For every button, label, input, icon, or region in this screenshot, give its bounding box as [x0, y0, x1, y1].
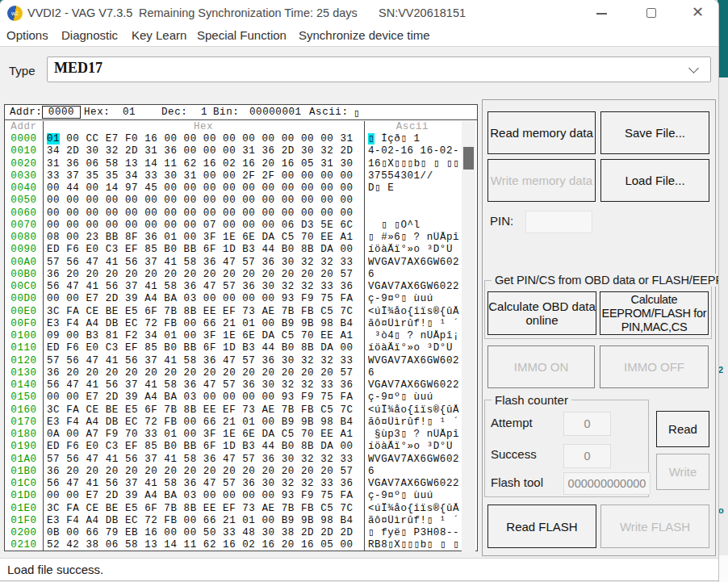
- load-file-button[interactable]: Load File...: [600, 159, 709, 202]
- hex-row[interactable]: 0170E3 F4 A4 DB EC 72 FB 00 66 21 01 00 …: [5, 417, 460, 429]
- hex-row[interactable]: 00C056 47 41 56 37 41 58 36 47 57 36 30 …: [5, 281, 460, 293]
- row-bytes: 31 36 06 58 13 14 11 62 16 02 16 20 16 0…: [47, 158, 354, 170]
- row-address: 0080: [5, 232, 43, 244]
- hex-row[interactable]: 002031 36 06 58 13 14 11 62 16 02 16 20 …: [5, 158, 460, 170]
- hex-row[interactable]: 007000 00 00 00 00 00 00 00 07 00 00 00 …: [5, 220, 460, 232]
- hex-row[interactable]: 013036 20 20 20 20 20 20 20 20 20 20 20 …: [5, 367, 460, 379]
- row-ascii: íöàÃï°»o ³D°Ú: [368, 244, 460, 256]
- save-file-button[interactable]: Save File...: [600, 111, 709, 154]
- hex-row[interactable]: 008008 00 23 BB 8F 36 01 00 3F 1E 6E DA …: [5, 232, 460, 244]
- row-address: 0190: [5, 441, 43, 453]
- row-bytes: 08 00 23 BB 8F 36 01 00 3F 1E 6E DA C5 7…: [47, 232, 354, 244]
- hex-row[interactable]: 00D000 00 E7 2D 39 A4 BA 03 00 00 00 00 …: [5, 293, 460, 305]
- row-bytes: 3C FA CE BE E5 6F 7B 8B EE EF 73 AE 7B F…: [47, 306, 354, 318]
- hex-row[interactable]: 01C056 47 41 56 37 41 58 36 47 57 36 30 …: [5, 478, 460, 490]
- background-window-footer: [718, 555, 728, 582]
- hex-row[interactable]: 01D000 00 E7 2D 39 A4 BA 03 00 00 00 00 …: [5, 490, 460, 502]
- calculate-obd-button[interactable]: Calculate OBD data online: [487, 291, 596, 335]
- minimize-button[interactable]: [596, 13, 607, 15]
- row-ascii: WVGAV7AX6GW60223: [368, 257, 460, 269]
- row-bytes: 57 56 47 41 56 37 41 58 36 47 57 36 30 3…: [47, 454, 354, 466]
- row-bytes: 01 00 CC E7 F0 16 00 00 00 00 00 00 00 0…: [47, 133, 354, 145]
- hex-scrollbar-thumb[interactable]: [463, 147, 474, 170]
- menu-key-learn[interactable]: Key Learn: [132, 28, 186, 42]
- row-address: 00F0: [5, 318, 43, 330]
- hex-row[interactable]: 001034 2D 30 32 2D 31 36 00 00 00 31 36 …: [5, 145, 460, 157]
- hex-row[interactable]: 004000 44 00 14 97 45 00 00 00 00 00 00 …: [5, 182, 460, 195]
- write-flash-button: Write FLASH: [600, 505, 709, 548]
- hex-row[interactable]: 014056 47 41 56 37 41 58 36 47 57 36 30 …: [5, 379, 460, 391]
- pin-input[interactable]: [525, 211, 592, 233]
- row-address: 01B0: [5, 466, 43, 478]
- hex-row[interactable]: 00E03C FA CE BE E5 6F 7B 8B EE EF 73 AE …: [5, 306, 460, 318]
- hex-row[interactable]: 01F0E3 F4 A4 DB EC 72 FB 00 66 21 01 00 …: [5, 515, 460, 527]
- success-input: 0: [563, 444, 611, 468]
- hex-row[interactable]: 00F0E3 F4 A4 DB EC 72 FB 00 66 21 01 00 …: [5, 318, 460, 330]
- row-address: 00D0: [5, 293, 43, 305]
- hex-row[interactable]: 005000 00 00 00 00 00 00 00 00 00 00 00 …: [5, 195, 460, 207]
- inspector-dec-value: 1: [201, 107, 207, 118]
- row-bytes: 00 00 00 00 00 00 00 00 00 00 00 00 00 0…: [47, 195, 354, 207]
- flash-tool-label: Flash tool: [491, 475, 543, 489]
- row-ascii: ▯ #»6▯ ? nÚÅpî¡: [368, 232, 460, 244]
- serial-number-text: SN:VV20618151: [379, 6, 466, 19]
- hex-rows[interactable]: 000001 00 CC E7 F0 16 00 00 00 00 00 00 …: [5, 133, 460, 552]
- success-label: Success: [491, 447, 537, 461]
- hex-row[interactable]: 012057 56 47 41 56 37 41 58 36 47 57 36 …: [5, 355, 460, 367]
- row-bytes: 56 47 41 56 37 41 58 36 47 57 36 30 32 3…: [47, 478, 354, 490]
- hex-row[interactable]: 0110ED F6 E0 C3 EF 85 B0 BB 6F 1D B3 44 …: [5, 342, 460, 354]
- hex-row[interactable]: 010009 00 B3 81 F2 34 01 00 3F 1E 6E DA …: [5, 330, 460, 342]
- hex-row[interactable]: 01A057 56 47 41 56 37 41 58 36 47 57 36 …: [5, 454, 460, 466]
- hex-scrollbar[interactable]: [462, 121, 475, 551]
- row-address: 00B0: [5, 269, 43, 281]
- row-bytes: E3 F4 A4 DB EC 72 FB 00 66 21 01 00 B9 9…: [47, 515, 354, 527]
- row-bytes: 0A 00 A7 F9 70 33 01 00 3F 1E 6E DA C5 7…: [47, 429, 354, 441]
- menu-special-function[interactable]: Special Function: [197, 28, 287, 42]
- row-address: 0120: [5, 355, 43, 367]
- background-window-strip: 2 o: [718, 0, 728, 582]
- hex-row[interactable]: 0090ED F6 E0 C3 EF 85 B0 BB 6F 1D B3 44 …: [5, 244, 460, 256]
- row-bytes: 36 20 20 20 20 20 20 20 20 20 20 20 20 2…: [47, 367, 354, 379]
- row-ascii: VGAV7AX6GW602236: [368, 379, 460, 391]
- hex-row[interactable]: 0190ED F6 E0 C3 EF 85 B0 BB 6F 1D B3 44 …: [5, 441, 460, 453]
- row-bytes: E3 F4 A4 DB EC 72 FB 00 66 21 01 00 B9 9…: [47, 318, 354, 330]
- row-address: 0020: [5, 158, 43, 170]
- menu-synchronize[interactable]: Synchronize device time: [299, 28, 430, 42]
- maximize-button[interactable]: [646, 8, 656, 18]
- inspector-ascii-value: ▯: [354, 107, 360, 119]
- row-ascii: ³ò4▯ ? nÚÅpî¡: [368, 330, 460, 342]
- hex-row[interactable]: 00A057 56 47 41 56 37 41 58 36 47 57 36 …: [5, 257, 460, 269]
- hex-row[interactable]: 006000 00 00 00 00 00 00 00 00 00 00 00 …: [5, 207, 460, 220]
- row-address: 0180: [5, 429, 43, 441]
- read-counter-button[interactable]: Read: [656, 411, 709, 447]
- inspector-addr-input[interactable]: 0000: [42, 106, 81, 119]
- hex-row[interactable]: 02000B 00 66 79 EB 16 00 00 50 33 48 30 …: [5, 527, 460, 539]
- row-ascii: 16▯X▯▯▯b▯ ▯ ▯▯: [368, 158, 460, 170]
- status-text: Load file success.: [7, 563, 103, 576]
- menu-diagnostic[interactable]: Diagnostic: [61, 28, 118, 42]
- inspector-bin-value: 00000001: [249, 107, 302, 118]
- row-bytes: 57 56 47 41 56 37 41 58 36 47 57 36 30 3…: [47, 257, 354, 269]
- row-ascii: <úÎ¾åo{îïs®{ûÅ|: [368, 503, 460, 515]
- hex-row[interactable]: 021052 42 38 06 58 13 14 11 62 16 02 16 …: [5, 539, 460, 551]
- pin-cs-group-title: Get PIN/CS from OBD data or FLASH/EEPR: [492, 274, 718, 287]
- hex-row[interactable]: 01800A 00 A7 F9 70 33 01 00 3F 1E 6E DA …: [5, 429, 460, 441]
- hex-row[interactable]: 015000 00 E7 2D 39 A4 BA 03 00 00 00 00 …: [5, 391, 460, 404]
- read-memory-button[interactable]: Read memory data: [487, 111, 596, 154]
- menu-options[interactable]: Options: [6, 28, 48, 42]
- row-address: 0090: [5, 244, 43, 256]
- hex-row[interactable]: 01E03C FA CE BE E5 6F 7B 8B EE EF 73 AE …: [5, 503, 460, 515]
- hex-row[interactable]: 00B036 20 20 20 20 20 20 20 20 20 20 20 …: [5, 269, 460, 281]
- row-address: 00E0: [5, 306, 43, 318]
- hex-row[interactable]: 01603C FA CE BE E5 6F 7B 8B EE EF 73 AE …: [5, 404, 460, 417]
- row-ascii: ▯ ▯Ó^l: [368, 220, 460, 232]
- row-ascii: 6: [368, 466, 460, 478]
- type-combobox[interactable]: MED17: [47, 57, 711, 82]
- hex-row[interactable]: 000001 00 CC E7 F0 16 00 00 00 00 00 00 …: [5, 133, 460, 145]
- hex-row[interactable]: 01B036 20 20 20 20 20 20 20 20 20 20 20 …: [5, 466, 460, 478]
- calculate-eeprom-button[interactable]: Calculate EEPROM/FLASH for PIN,MAC,CS: [600, 291, 709, 335]
- read-flash-button[interactable]: Read FLASH: [487, 505, 596, 548]
- close-button[interactable]: ✕: [692, 3, 704, 21]
- hex-row[interactable]: 003033 37 35 35 34 33 30 31 00 00 2F 2F …: [5, 170, 460, 182]
- row-ascii: RB8▯X▯▯▯b▯ ▯ ▯▯: [368, 539, 460, 551]
